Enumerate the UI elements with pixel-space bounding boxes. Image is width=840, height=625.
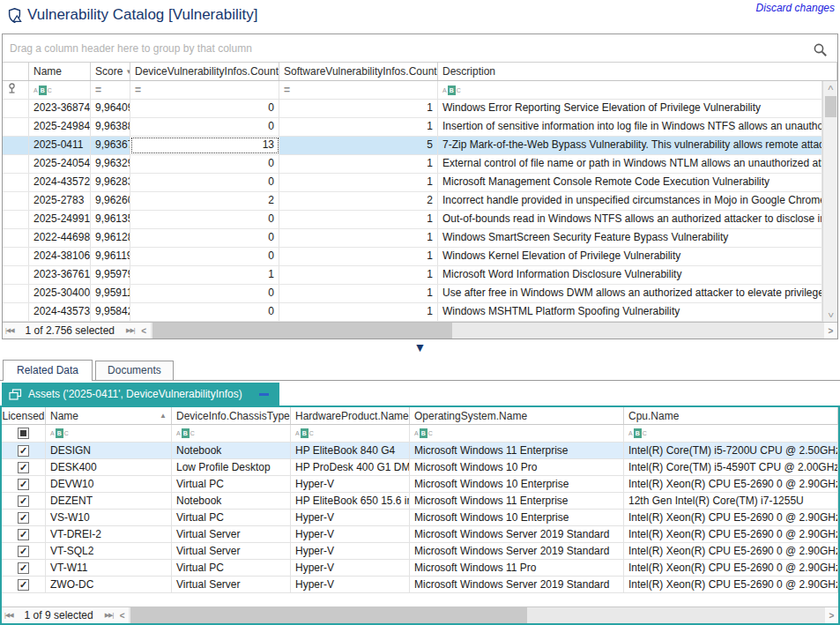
cell-description[interactable]: External control of file name or path in… — [438, 155, 822, 173]
cell-device-count[interactable]: 0 — [130, 285, 279, 302]
horizontal-scrollbar-thumb[interactable] — [152, 323, 452, 339]
cell-name[interactable]: DESK400 — [46, 459, 172, 475]
table-row[interactable]: 2024-381069,9611901Windows Kernel Elevat… — [3, 248, 822, 266]
hscroll-left-icon[interactable]: < — [138, 326, 151, 336]
cell-device-count[interactable]: 0 — [130, 248, 279, 265]
scroll-up-icon[interactable]: > — [824, 81, 837, 95]
cell-score[interactable]: 9,96119 — [91, 248, 130, 265]
column-header-devicevulnerabilityinfos-count[interactable]: DeviceVulnerabilityInfos.Count — [130, 63, 279, 80]
licensed-checkbox[interactable]: ✓ — [18, 529, 29, 540]
cell-name[interactable]: 2025-0411 — [29, 137, 91, 154]
cell-chassis-type[interactable]: Low Profile Desktop — [172, 459, 291, 475]
search-icon[interactable] — [813, 41, 829, 56]
cell-description[interactable]: Windows Error Reporting Service Elevatio… — [438, 100, 822, 117]
group-by-panel[interactable]: Drag a column header here to group by th… — [3, 34, 837, 63]
filter-cell[interactable]: ABC — [410, 425, 624, 442]
cell-name[interactable]: VS-W10 — [46, 510, 172, 525]
cell-hardware-product[interactable]: Hyper-V — [291, 526, 410, 542]
cell-name[interactable]: DEZENT — [46, 493, 172, 509]
cell-description[interactable]: Out-of-bounds read in Windows NTFS allow… — [438, 211, 822, 228]
cell-cpu[interactable]: Intel(R) Xeon(R) CPU E5-2690 0 @ 2.90GHz — [624, 476, 838, 492]
cell-operating-system[interactable]: Microsoft Windows 11 Enterprise — [410, 443, 624, 458]
table-row[interactable]: 2024-435739,9584201Windows MSHTML Platfo… — [3, 303, 822, 322]
filter-cell[interactable]: ABC — [291, 425, 410, 442]
cell-description[interactable]: Microsoft Management Console Remote Code… — [438, 174, 822, 191]
cell-device-count[interactable]: 0 — [130, 303, 279, 321]
cell-chassis-type[interactable]: Notebook — [172, 493, 291, 509]
table-row[interactable]: ✓VT-W11Virtual PCHyper-VMicrosoft Window… — [2, 560, 838, 577]
cell-chassis-type[interactable]: Virtual Server — [172, 543, 291, 559]
table-row[interactable]: ✓VT-DREI-2Virtual ServerHyper-VMicrosoft… — [2, 526, 838, 543]
column-header-deviceinfo-chassistype[interactable]: DeviceInfo.ChassisType — [172, 407, 291, 424]
last-record-button[interactable]: ▶▶| — [123, 327, 138, 334]
table-row[interactable]: ✓DEZENTNotebookHP EliteBook 650 15.6 in.… — [2, 493, 838, 510]
table-row[interactable]: 2022-446989,9612801Windows SmartScreen S… — [3, 229, 822, 248]
cell-chassis-type[interactable]: Virtual PC — [172, 560, 291, 576]
cell-software-count[interactable]: 1 — [279, 100, 438, 117]
cell-hardware-product[interactable]: Hyper-V — [291, 543, 410, 559]
table-row[interactable]: 2025-04119,963671357-Zip Mark-of-the-Web… — [3, 137, 822, 155]
cell-software-count[interactable]: 1 — [279, 174, 438, 191]
cell-description[interactable]: 7-Zip Mark-of-the-Web Bypass Vulnerabili… — [438, 137, 822, 154]
cell-chassis-type[interactable]: Virtual Server — [172, 577, 291, 592]
cell-score[interactable]: 9,96128 — [91, 229, 130, 247]
cell-cpu[interactable]: Intel(R) Xeon(R) CPU E5-2690 0 @ 2.90GHz — [624, 560, 838, 576]
licensed-checkbox[interactable]: ✓ — [18, 562, 29, 574]
cell-score[interactable]: 9,96329 — [91, 155, 130, 173]
cell-device-count[interactable]: 0 — [130, 174, 279, 191]
cell-chassis-type[interactable]: Virtual Server — [172, 526, 291, 542]
cell-hardware-product[interactable]: Hyper-V — [291, 476, 410, 492]
table-row[interactable]: ✓DEVW10Virtual PCHyper-VMicrosoft Window… — [2, 476, 838, 493]
hscroll-right-icon[interactable]: > — [825, 611, 838, 621]
cell-device-count[interactable]: 2 — [130, 192, 279, 210]
cell-score[interactable]: 9,96260 — [91, 192, 130, 210]
cell-device-count[interactable]: 0 — [130, 229, 279, 247]
cell-operating-system[interactable]: Microsoft Windows Server 2019 Standard — [410, 526, 624, 542]
column-header-licensed[interactable]: Licensed — [2, 407, 46, 424]
filter-cell[interactable]: ABC — [624, 425, 838, 442]
licensed-checkbox[interactable]: ✓ — [18, 445, 29, 457]
licensed-checkbox[interactable]: ✓ — [18, 479, 29, 490]
cell-device-count[interactable]: 13 — [130, 137, 279, 154]
cell-name[interactable]: VT-SQL2 — [46, 543, 172, 559]
cell-licensed[interactable]: ✓ — [2, 476, 46, 492]
cell-software-count[interactable]: 1 — [279, 229, 438, 247]
table-row[interactable]: ✓DESIGNNotebookHP EliteBook 840 G4Micros… — [2, 443, 838, 459]
column-header-softwarevulnerabilityinfos-count[interactable]: SoftwareVulnerabilityInfos.Count — [279, 63, 438, 80]
table-row[interactable]: 2023-368749,9640901Windows Error Reporti… — [3, 100, 822, 118]
cell-software-count[interactable]: 1 — [279, 211, 438, 228]
filter-cell[interactable] — [3, 81, 29, 99]
table-row[interactable]: 2025-249849,9638801Insertion of sensitiv… — [3, 118, 822, 137]
cell-name[interactable]: 2025-24991 — [29, 211, 91, 228]
collapse-assets-button[interactable] — [259, 393, 269, 396]
hscroll-left-icon[interactable]: < — [115, 611, 129, 621]
tab-related-data[interactable]: Related Data — [3, 360, 93, 381]
filter-cell[interactable] — [2, 425, 46, 442]
cell-name[interactable]: 2024-38106 — [29, 248, 91, 265]
table-row[interactable]: 2024-435729,9628301Microsoft Management … — [3, 174, 822, 192]
cell-name[interactable]: 2024-43572 — [29, 174, 91, 191]
column-header-hardwareproduct-name[interactable]: HardwareProduct.Name — [291, 407, 410, 424]
cell-cpu[interactable]: Intel(R) Core(TM) i5-4590T CPU @ 2.00GHz — [624, 459, 838, 475]
licensed-checkbox[interactable]: ✓ — [18, 462, 29, 473]
vertical-scrollbar-thumb[interactable] — [825, 96, 836, 117]
table-row[interactable]: 2025-240549,9632901External control of f… — [3, 155, 822, 174]
cell-score[interactable]: 9,96283 — [91, 174, 130, 191]
cell-description[interactable]: Incorrect handle provided in unspecified… — [438, 192, 822, 210]
cell-licensed[interactable]: ✓ — [2, 560, 46, 576]
discard-changes-link[interactable]: Discard changes — [756, 2, 835, 14]
column-header-name[interactable]: Name▲ — [46, 407, 172, 424]
table-row[interactable]: 2025-27839,9626022Incorrect handle provi… — [3, 192, 822, 211]
cell-cpu[interactable]: Intel(R) Xeon(R) CPU E5-2690 0 @ 2.90GHz — [624, 526, 838, 542]
table-row[interactable]: 2025-249919,9613501Out-of-bounds read in… — [3, 211, 822, 229]
horizontal-scrollbar-thumb[interactable] — [130, 607, 527, 623]
filter-cell[interactable]: ABC — [172, 425, 291, 442]
table-row[interactable]: ✓DESK400Low Profile DesktopHP ProDesk 40… — [2, 459, 838, 476]
cell-chassis-type[interactable]: Virtual PC — [172, 476, 291, 492]
cell-name[interactable]: 2023-36761 — [29, 266, 91, 284]
cell-name[interactable]: DESIGN — [46, 443, 172, 458]
cell-cpu[interactable]: Intel(R) Core(TM) i5-7200U CPU @ 2.50GHz — [624, 443, 838, 458]
cell-operating-system[interactable]: Microsoft Windows 11 Enterprise — [410, 493, 624, 509]
cell-device-count[interactable]: 0 — [130, 100, 279, 117]
cell-software-count[interactable]: 1 — [279, 266, 438, 284]
